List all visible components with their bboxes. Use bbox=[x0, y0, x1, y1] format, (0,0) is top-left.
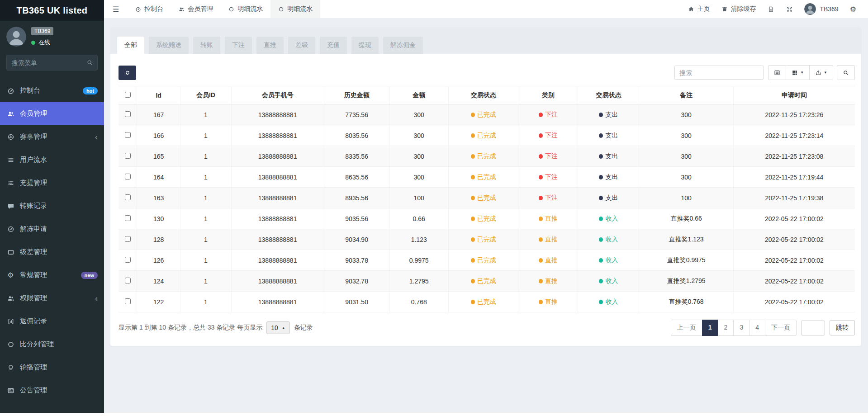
cell-amount: 100 bbox=[389, 188, 448, 208]
filter-tab-直推[interactable]: 直推 bbox=[256, 37, 284, 54]
row-checkbox[interactable] bbox=[125, 194, 131, 200]
cell-amount: 0.9975 bbox=[389, 250, 448, 271]
status-badge: 收入 bbox=[599, 215, 618, 223]
status-badge: 已完成 bbox=[471, 132, 496, 140]
user-avatar[interactable] bbox=[6, 27, 26, 47]
filter-tab-下注[interactable]: 下注 bbox=[225, 37, 252, 54]
list-view-icon bbox=[774, 70, 780, 76]
transfer-icon bbox=[6, 203, 15, 210]
row-checkbox[interactable] bbox=[125, 278, 131, 283]
hamburger-icon[interactable]: ☰ bbox=[104, 0, 128, 18]
page-button-2[interactable]: 2 bbox=[718, 320, 734, 336]
sidebar-item-公告管理[interactable]: 公告管理 bbox=[0, 379, 104, 402]
cell-apply-time: 2022-11-25 17:19:44 bbox=[733, 167, 855, 188]
table-row: 1631138888888818935.56100已完成下注支出1002022-… bbox=[119, 188, 855, 208]
sidebar-search-input[interactable] bbox=[6, 55, 98, 71]
refresh-button[interactable] bbox=[119, 66, 136, 80]
row-checkbox[interactable] bbox=[125, 236, 131, 242]
filter-tab-系统赠送[interactable]: 系统赠送 bbox=[149, 37, 189, 54]
sidebar-item-充提管理[interactable]: 充提管理 bbox=[0, 171, 104, 194]
toggle-view-button[interactable] bbox=[768, 65, 786, 80]
page-size-select[interactable]: 10 ▲ bbox=[266, 321, 290, 334]
row-checkbox[interactable] bbox=[125, 298, 131, 304]
topbar-tab-控制台[interactable]: 控制台 bbox=[128, 0, 171, 18]
table-body: 1671138888888817735.56300已完成下注支出3002022-… bbox=[119, 104, 855, 312]
sidebar-item-解冻申请[interactable]: 解冻申请 bbox=[0, 217, 104, 241]
fullscreen-button[interactable] bbox=[780, 6, 799, 13]
row-select-cell bbox=[119, 208, 137, 229]
cell-category: 直推 bbox=[518, 229, 578, 250]
cell-member-id: 1 bbox=[180, 146, 231, 167]
row-checkbox[interactable] bbox=[125, 132, 131, 138]
row-select-cell bbox=[119, 188, 137, 208]
cell-amount: 300 bbox=[389, 104, 448, 125]
page-button-3[interactable]: 3 bbox=[733, 320, 749, 336]
sidebar-item-常规管理[interactable]: ⚙常规管理new bbox=[0, 264, 104, 287]
search-toggle-button[interactable] bbox=[837, 65, 855, 80]
table-row: 1241138888888819032.781.2795已完成直推收入直推奖1.… bbox=[119, 271, 855, 292]
sidebar-item-比分列管理[interactable]: 比分列管理 bbox=[0, 333, 104, 356]
cell-direction: 支出 bbox=[578, 188, 639, 208]
prev-page-button[interactable]: 上一页 bbox=[671, 320, 702, 336]
column-header: 交易状态 bbox=[448, 86, 518, 104]
row-checkbox[interactable] bbox=[125, 153, 131, 159]
filter-tab-差级[interactable]: 差级 bbox=[288, 37, 315, 54]
status-dot-icon bbox=[599, 113, 603, 117]
topbar-tab-明细流水[interactable]: 明细流水 bbox=[221, 0, 270, 18]
page-button-1[interactable]: 1 bbox=[702, 320, 718, 336]
row-select-cell bbox=[119, 125, 137, 146]
sidebar-item-控制台[interactable]: 控制台hot bbox=[0, 79, 104, 102]
topbar-tab-会员管理[interactable]: 会员管理 bbox=[171, 0, 221, 18]
filter-tab-解冻佣金[interactable]: 解冻佣金 bbox=[383, 37, 423, 54]
select-all-checkbox[interactable] bbox=[125, 92, 131, 98]
sidebar-item-会员管理[interactable]: 会员管理 bbox=[0, 102, 104, 125]
sidebar-item-转账记录[interactable]: 转账记录 bbox=[0, 194, 104, 217]
row-checkbox[interactable] bbox=[125, 174, 131, 179]
filter-tab-全部[interactable]: 全部 bbox=[117, 37, 144, 54]
filter-tab-提现[interactable]: 提现 bbox=[351, 37, 379, 54]
filter-tab-转账[interactable]: 转账 bbox=[193, 37, 220, 54]
status-dot-icon bbox=[539, 300, 543, 304]
export-icon bbox=[815, 70, 821, 76]
cell-remark: 100 bbox=[639, 188, 733, 208]
topbar: ☰ 控制台会员管理明细流水明细流水 主页 清除缓存 bbox=[104, 0, 868, 18]
brand-title[interactable]: TB365 UK listed bbox=[0, 0, 104, 21]
status-dot-icon bbox=[471, 154, 475, 159]
sidebar-item-级差管理[interactable]: 级差管理 bbox=[0, 241, 104, 264]
sidebar-item-轮播管理[interactable]: 轮播管理 bbox=[0, 356, 104, 379]
filter-tab-充值[interactable]: 充值 bbox=[320, 37, 347, 54]
columns-button[interactable]: ▼ bbox=[786, 65, 810, 80]
row-checkbox[interactable] bbox=[125, 215, 131, 221]
page-button-4[interactable]: 4 bbox=[749, 320, 765, 336]
records-panel: 全部系统赠送转账下注直推差级充值提现解冻佣金 bbox=[110, 27, 861, 346]
sidebar-item-用户流水[interactable]: 用户流水 bbox=[0, 148, 104, 171]
row-checkbox[interactable] bbox=[125, 257, 131, 263]
jump-button[interactable]: 跳转 bbox=[830, 320, 855, 335]
next-page-button[interactable]: 下一页 bbox=[765, 320, 797, 336]
row-checkbox[interactable] bbox=[125, 111, 131, 117]
cell-status: 已完成 bbox=[448, 250, 518, 271]
cell-member-id: 1 bbox=[180, 229, 231, 250]
export-button[interactable]: ▼ bbox=[809, 65, 833, 80]
topbar-tab-明细流水[interactable]: 明细流水 bbox=[270, 0, 320, 18]
topbar-user-menu[interactable]: TB369 bbox=[799, 3, 844, 15]
document-refresh-icon bbox=[768, 6, 774, 13]
cell-remark: 直推奖1.123 bbox=[639, 229, 733, 250]
settings-gears-icon[interactable]: ⚙ bbox=[844, 5, 862, 14]
sidebar-item-label: 比分列管理 bbox=[20, 340, 54, 349]
cell-id: 164 bbox=[137, 167, 180, 188]
sidebar-item-权限管理[interactable]: 权限管理‹ bbox=[0, 287, 104, 310]
status-badge: 已完成 bbox=[471, 215, 496, 223]
status-badge: 支出 bbox=[599, 194, 618, 202]
home-link[interactable]: 主页 bbox=[682, 0, 716, 18]
gears-icon: ⚙ bbox=[6, 272, 15, 279]
clear-cache-link[interactable]: 清除缓存 bbox=[716, 0, 762, 18]
jump-page-input[interactable] bbox=[801, 321, 825, 335]
page-content: 全部系统赠送转账下注直推差级充值提现解冻佣金 bbox=[104, 18, 868, 413]
wipe-cache-button[interactable] bbox=[762, 6, 780, 13]
table-search-input[interactable] bbox=[674, 66, 764, 80]
sidebar-item-返佣记录[interactable]: 返佣记录 bbox=[0, 310, 104, 333]
topbar-tabs: 控制台会员管理明细流水明细流水 bbox=[128, 0, 320, 18]
sidebar-item-label: 充提管理 bbox=[20, 179, 47, 187]
sidebar-item-赛事管理[interactable]: 赛事管理‹ bbox=[0, 125, 104, 148]
